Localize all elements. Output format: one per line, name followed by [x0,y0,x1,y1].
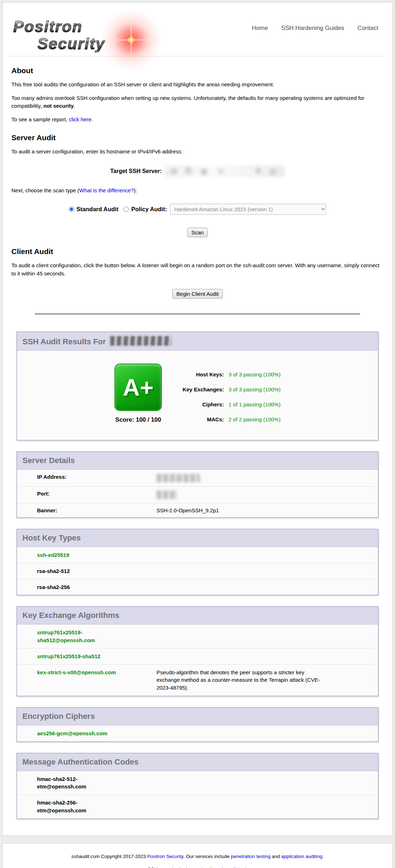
stat-label-macs: MACs: [183,416,224,422]
standard-audit-radio[interactable] [69,207,74,212]
stat-value-macs: 2 of 2 passing (100%) [229,416,281,422]
server-audit-title: Server Audit [11,133,384,142]
score-label: Score: 100 / 100 [115,416,161,423]
standard-audit-label[interactable]: Standard Audit [77,206,119,213]
macs-panel: Message Authentication Codes hmac-sha2-5… [16,753,379,819]
footer-line-1: sshaudit.com Copyright 2017-2023 Positro… [10,853,385,860]
scan-type-difference-link[interactable]: What is the difference? [79,187,134,193]
table-row: kex-strict-s-v00@openssh.com Pseudo-algo… [17,664,378,696]
table-row: rsa-sha2-512 [17,563,378,579]
logo-text-line1: Positron [13,19,82,35]
stat-label-ciphers: Ciphers: [183,401,224,407]
host-key-name: rsa-sha2-256 [37,583,121,591]
scan-type-options-row: Standard Audit Policy Audit: Hardened Am… [11,204,384,215]
cipher-name: aes256-gcm@openssh.com [37,730,121,737]
table-row: Banner: SSH-2.0-OpenSSH_9.2p1 [17,503,378,517]
key-exchange-header: Key Exchange Algorithms [17,607,378,624]
policy-audit-radio[interactable] [123,207,129,212]
table-row: hmac-sha2-512-etm@openssh.com [17,771,378,795]
table-row: sntrup761x25519-sha512 [17,648,378,664]
positron-security-link[interactable]: Positron Security [147,854,183,859]
banner-value: SSH-2.0-OpenSSH_9.2p1 [157,507,219,513]
table-row: rsa-sha2-256 [17,579,378,595]
table-row: aes256-gcm@openssh.com [17,725,378,741]
header-divider [9,56,386,56]
redacted-port-value [157,491,177,499]
table-row: ssh-ed25519 [17,547,378,563]
ssh-audit-tool-link[interactable]: ssh-audit tool [217,867,246,868]
table-row: hmac-sha2-256-etm@openssh.com [17,795,378,818]
results-stats: Host Keys: 3 of 3 passing (100%) Key Exc… [183,371,281,422]
scan-type-paragraph: Next, choose the scan type (What is the … [11,187,384,195]
stat-value-host-keys: 3 of 3 passing (100%) [229,371,281,377]
footer-services-text: . Our services include [183,854,231,859]
results-panel-header: SSH Audit Results For [17,332,378,351]
footer-scanning-text: SSH scanning is done using the [148,867,217,868]
about-paragraph-1: This free tool audits the configuration … [11,81,384,89]
client-audit-paragraph: To audit a client configuration, click t… [11,262,384,278]
application-auditing-link[interactable]: application auditing [281,854,323,859]
footer-and-text: and [271,854,281,859]
site-header: Positron Security Home SSH Hardening Gui… [9,9,386,52]
table-row: sntrup761x25519-sha512@openssh.com [17,624,378,648]
banner-label: Banner: [37,507,157,513]
scan-button-row: Scan [11,228,384,237]
footer-line-2: SSH scanning is done using the ssh-audit… [10,866,385,868]
kex-name: kex-strict-s-v00@openssh.com [37,669,121,676]
kex-note: Pseudo-algorithm that denotes the peer s… [157,669,328,692]
grade-badge: A+ [114,364,162,411]
server-details-panel: Server Details IP Address: Port: Banner:… [16,451,379,518]
stat-label-host-keys: Host Keys: [183,371,224,377]
footer-copyright-text: Copyright 2017-2023 [99,854,147,859]
begin-client-audit-row: Begin Client Audit [11,289,384,299]
sample-report-end: . [91,116,93,122]
footer-line1-end: . [322,854,324,859]
client-audit-title: Client Audit [11,247,384,256]
scan-button[interactable]: Scan [187,228,208,237]
nav-home[interactable]: Home [252,25,268,32]
target-server-label: Target SSH Server: [110,168,162,174]
policy-audit-label[interactable]: Policy Audit: [131,206,167,213]
begin-client-audit-button[interactable]: Begin Client Audit [172,289,223,299]
policy-select[interactable]: Hardened Amazon Linux 2023 (version 1) [170,204,326,215]
mac-name: hmac-sha2-512-etm@openssh.com [37,775,121,791]
host-key-types-header: Host Key Types [17,529,378,547]
about-paragraph-3: To see a sample report, click here. [11,116,384,124]
server-details-header: Server Details [17,452,378,469]
kex-name: sntrup761x25519-sha512 [37,653,121,660]
client-audit-text: To audit a client configuration, click t… [11,262,243,268]
sample-report-text: To see a sample report, [11,116,69,122]
host-key-name: ssh-ed25519 [37,551,121,559]
sample-report-link[interactable]: click here [69,116,91,122]
redacted-hostname [110,336,171,346]
target-server-input[interactable] [164,165,285,177]
grade-block: A+ Score: 100 / 100 [114,364,162,423]
positron-security-logo[interactable]: Positron Security [9,9,159,52]
logo-text-line2: Security [37,36,105,52]
redacted-ip-value [157,474,200,482]
ssh-audit-results-panel: SSH Audit Results For A+ Score: 100 / 10… [16,331,379,441]
site-footer: sshaudit.com Copyright 2017-2023 Positro… [2,843,393,868]
about-paragraph-2: Too many admins overlook SSH configurati… [11,94,384,110]
scan-type-end: ): [134,187,137,193]
ip-address-label: IP Address: [37,474,157,480]
not-security-emphasis: not security [43,103,74,109]
penetration-testing-link[interactable]: penetration testing [231,854,271,859]
nav-contact[interactable]: Contact [357,25,378,32]
results-body: A+ Score: 100 / 100 Host Keys: 3 of 3 pa… [17,351,378,440]
main-nav: Home SSH Hardening Guides Contact [252,25,386,32]
nav-ssh-hardening-guides[interactable]: SSH Hardening Guides [281,25,344,32]
about-p2-end: . [74,103,75,109]
results-title-text: SSH Audit Results For [22,337,106,346]
table-row: Port: [17,486,378,503]
stat-value-key-exchanges: 3 of 3 passing (100%) [229,386,281,392]
target-server-row: Target SSH Server: [11,165,384,177]
macs-header: Message Authentication Codes [17,753,378,771]
red-starburst-icon [99,8,163,72]
key-exchange-panel: Key Exchange Algorithms sntrup761x25519-… [16,606,379,696]
stat-value-ciphers: 1 of 1 passing (100%) [229,401,281,407]
server-audit-intro: To audit a server configuration, enter i… [11,148,384,156]
kex-name: sntrup761x25519-sha512@openssh.com [37,629,121,644]
port-label: Port: [37,491,157,497]
scan-type-text: Next, choose the scan type ( [11,187,79,193]
